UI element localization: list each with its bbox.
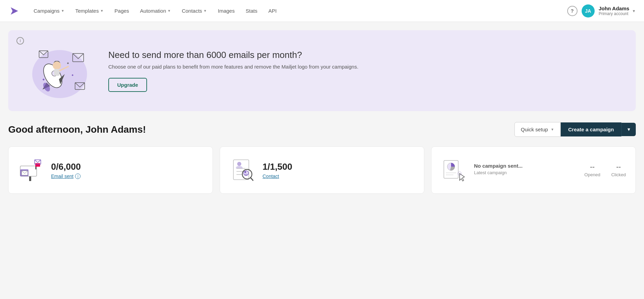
nav-right: ? JA John Adams Primary account ▼ bbox=[567, 4, 636, 17]
quick-setup-button[interactable]: Quick setup ▼ bbox=[514, 122, 561, 137]
campaign-title: No campaign sent... bbox=[474, 163, 523, 169]
svg-marker-0 bbox=[11, 7, 18, 15]
navbar: Campaigns ▼ Templates ▼ Pages Automation… bbox=[0, 0, 644, 22]
user-name: John Adams bbox=[599, 5, 629, 11]
banner-content: Need to send more than 6000 emails per m… bbox=[108, 50, 622, 92]
stats-grid: 0/6,000 Email sent i bbox=[8, 146, 636, 194]
chevron-down-icon: ▼ bbox=[204, 9, 207, 13]
user-menu[interactable]: John Adams Primary account ▼ bbox=[599, 5, 636, 16]
campaign-icon bbox=[440, 156, 467, 184]
svg-point-29 bbox=[244, 171, 248, 176]
contact-icon bbox=[228, 156, 256, 184]
opened-label: Opened bbox=[584, 172, 600, 177]
svg-point-27 bbox=[237, 162, 241, 166]
greeting-text: Good afternoon, John Adams! bbox=[8, 124, 146, 135]
email-sent-count: 0/6,000 bbox=[51, 162, 203, 172]
create-campaign-dropdown-button[interactable]: ▼ bbox=[621, 123, 636, 136]
nav-stats[interactable]: Stats bbox=[241, 5, 262, 16]
nav-pages[interactable]: Pages bbox=[110, 5, 134, 16]
upgrade-button[interactable]: Upgrade bbox=[108, 78, 147, 92]
chevron-down-icon: ▼ bbox=[632, 9, 636, 13]
nav-images[interactable]: Images bbox=[213, 5, 240, 16]
clicked-value: -- bbox=[611, 163, 626, 171]
campaign-details: No campaign sent... Latest campaign -- O… bbox=[474, 163, 626, 177]
svg-marker-38 bbox=[460, 174, 464, 181]
chevron-down-icon: ▼ bbox=[168, 9, 171, 13]
chevron-down-icon: ▼ bbox=[627, 127, 631, 132]
banner-title: Need to send more than 6000 emails per m… bbox=[108, 50, 622, 60]
create-campaign-button[interactable]: Create a campaign bbox=[561, 122, 621, 136]
contact-info: 1/1,500 Contact bbox=[263, 162, 414, 179]
clicked-label: Clicked bbox=[611, 172, 626, 177]
banner-subtitle: Choose one of our paid plans to benefit … bbox=[108, 64, 622, 70]
main-content: Good afternoon, John Adams! Quick setup … bbox=[0, 111, 644, 205]
logo[interactable] bbox=[8, 5, 21, 17]
email-sent-icon bbox=[17, 156, 44, 184]
contact-label[interactable]: Contact bbox=[263, 174, 414, 179]
email-sent-label[interactable]: Email sent i bbox=[51, 174, 203, 179]
upgrade-banner: i bbox=[8, 30, 636, 111]
clicked-stat: -- Clicked bbox=[611, 163, 626, 177]
email-sent-card: 0/6,000 Email sent i bbox=[8, 146, 213, 194]
campaign-stats: -- Opened -- Clicked bbox=[584, 163, 626, 177]
opened-stat: -- Opened bbox=[584, 163, 600, 177]
nav-automation[interactable]: Automation ▼ bbox=[135, 5, 176, 16]
contact-count: 1/1,500 bbox=[263, 162, 414, 172]
banner-illustration: ✦ ◆ ◆ bbox=[22, 40, 97, 101]
latest-campaign-card: No campaign sent... Latest campaign -- O… bbox=[431, 146, 636, 194]
svg-rect-20 bbox=[35, 163, 40, 167]
chevron-down-icon: ▼ bbox=[100, 9, 104, 13]
svg-rect-8 bbox=[54, 69, 60, 76]
campaign-sub: Latest campaign bbox=[474, 170, 523, 175]
nav-contacts[interactable]: Contacts ▼ bbox=[177, 5, 211, 16]
nav-campaigns[interactable]: Campaigns ▼ bbox=[29, 5, 69, 16]
svg-text:✦: ✦ bbox=[66, 61, 69, 65]
contact-card: 1/1,500 Contact bbox=[220, 146, 424, 194]
svg-line-31 bbox=[251, 178, 253, 180]
user-sub: Primary account bbox=[599, 11, 629, 16]
greeting-row: Good afternoon, John Adams! Quick setup … bbox=[8, 122, 636, 137]
action-buttons: Quick setup ▼ Create a campaign ▼ bbox=[514, 122, 636, 137]
avatar[interactable]: JA bbox=[582, 4, 595, 17]
svg-text:◆: ◆ bbox=[42, 78, 45, 81]
chevron-down-icon: ▼ bbox=[551, 128, 554, 131]
opened-value: -- bbox=[584, 163, 600, 171]
nav-api[interactable]: API bbox=[264, 5, 281, 16]
info-icon: i bbox=[75, 174, 81, 179]
svg-point-30 bbox=[245, 171, 246, 173]
nav-items: Campaigns ▼ Templates ▼ Pages Automation… bbox=[29, 5, 567, 16]
svg-point-7 bbox=[53, 61, 61, 70]
chevron-down-icon: ▼ bbox=[61, 9, 64, 13]
help-icon[interactable]: ? bbox=[567, 6, 578, 16]
email-sent-info: 0/6,000 Email sent i bbox=[51, 162, 203, 179]
nav-templates[interactable]: Templates ▼ bbox=[71, 5, 108, 16]
